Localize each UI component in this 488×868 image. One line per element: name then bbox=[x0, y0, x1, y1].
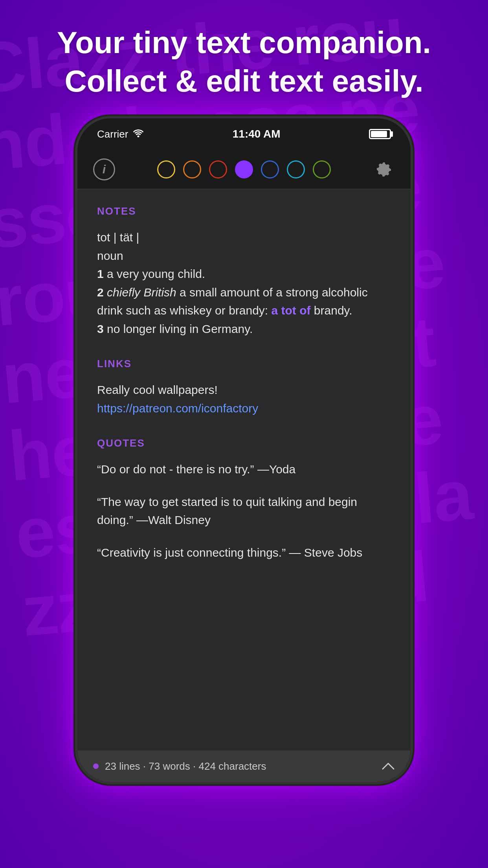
phone-frame: Carrier 11:40 AM bbox=[75, 116, 413, 784]
notes-section: NOTES tot | tät | noun 1 a very young ch… bbox=[97, 205, 391, 338]
note-highlight: a tot of bbox=[272, 304, 311, 317]
links-description: Really cool wallpapers! bbox=[97, 381, 391, 399]
battery-indicator bbox=[369, 129, 391, 139]
phone-mockup: Carrier 11:40 AM bbox=[0, 116, 488, 784]
quotes-title: QUOTES bbox=[97, 437, 391, 449]
color-dot-green[interactable] bbox=[313, 160, 331, 178]
info-icon: i bbox=[103, 163, 106, 176]
status-time: 11:40 AM bbox=[233, 128, 281, 140]
stats-text: 23 lines · 73 words · 424 characters bbox=[105, 760, 266, 772]
content-area[interactable]: NOTES tot | tät | noun 1 a very young ch… bbox=[77, 189, 411, 750]
quotes-content: “Do or do not - there is no try.” —Yoda … bbox=[97, 460, 391, 562]
note-italic: chiefly British bbox=[107, 286, 176, 299]
status-bar: Carrier 11:40 AM bbox=[77, 118, 411, 150]
color-dot-red[interactable] bbox=[209, 160, 227, 178]
color-dot-group bbox=[157, 160, 331, 178]
notes-line-1: tot | tät | bbox=[97, 228, 391, 247]
stats-area: 23 lines · 73 words · 424 characters bbox=[93, 760, 266, 772]
color-dot-orange[interactable] bbox=[183, 160, 201, 178]
stats-dot bbox=[93, 763, 99, 769]
svg-point-0 bbox=[138, 136, 139, 138]
links-url[interactable]: https://patreon.com/iconfactory bbox=[97, 402, 258, 415]
color-dot-yellow[interactable] bbox=[157, 160, 175, 178]
color-dot-teal[interactable] bbox=[287, 160, 305, 178]
note-num-1: 1 bbox=[97, 267, 104, 280]
notes-content: tot | tät | noun 1 a very young child. 2… bbox=[97, 228, 391, 338]
carrier-info: Carrier bbox=[97, 128, 144, 140]
color-dot-blue[interactable] bbox=[261, 160, 279, 178]
quotes-section: QUOTES “Do or do not - there is no try.”… bbox=[97, 437, 391, 562]
quote-1: “Do or do not - there is no try.” —Yoda bbox=[97, 460, 391, 479]
header-section: Your tiny text companion. Collect & edit… bbox=[0, 0, 488, 116]
notes-line-4: 2 chiefly British a small amount of a st… bbox=[97, 283, 391, 320]
battery-icon bbox=[369, 129, 391, 139]
battery-fill bbox=[371, 131, 387, 137]
header-title: Your tiny text companion. Collect & edit… bbox=[0, 24, 488, 100]
wifi-icon bbox=[133, 129, 144, 140]
color-dot-purple[interactable] bbox=[235, 160, 253, 178]
notes-line-5: 3 no longer living in Germany. bbox=[97, 320, 391, 338]
toolbar: i bbox=[77, 150, 411, 189]
note-num-3: 3 bbox=[97, 322, 104, 335]
notes-line-2: noun bbox=[97, 247, 391, 265]
quote-2: “The way to get started is to quit talki… bbox=[97, 493, 391, 530]
bottom-bar: 23 lines · 73 words · 424 characters bbox=[77, 750, 411, 782]
info-button[interactable]: i bbox=[93, 158, 115, 180]
notes-line-3: 1 a very young child. bbox=[97, 265, 391, 283]
carrier-label: Carrier bbox=[97, 128, 128, 140]
gear-button[interactable] bbox=[373, 158, 395, 180]
chevron-up-button[interactable] bbox=[382, 760, 395, 773]
quote-3: “Creativity is just connecting things.” … bbox=[97, 544, 391, 562]
phone-screen: Carrier 11:40 AM bbox=[77, 118, 411, 782]
links-content: Really cool wallpapers! https://patreon.… bbox=[97, 381, 391, 417]
notes-title: NOTES bbox=[97, 205, 391, 217]
links-title: LINKS bbox=[97, 358, 391, 370]
links-section: LINKS Really cool wallpapers! https://pa… bbox=[97, 358, 391, 417]
note-num-2: 2 bbox=[97, 286, 104, 299]
